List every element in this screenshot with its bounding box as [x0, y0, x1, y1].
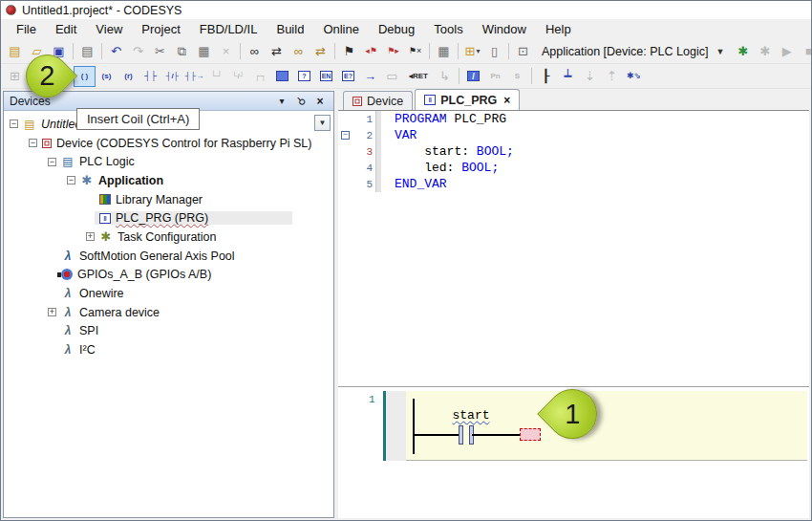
find-in-project-button[interactable]: ∞: [288, 41, 310, 62]
ladder-network[interactable]: start: [406, 391, 807, 461]
previous-bookmark-button[interactable]: ◂⚑: [360, 41, 382, 62]
replace-in-project-button[interactable]: ⇄: [310, 41, 331, 62]
next-bookmark-button[interactable]: ⚑▸: [382, 41, 404, 62]
add-pou-button[interactable]: ⊞▾: [461, 41, 483, 62]
undo-button[interactable]: ↶: [105, 41, 127, 62]
menu-tools[interactable]: Tools: [424, 20, 472, 38]
edit-object-button[interactable]: ⊡: [512, 41, 534, 62]
toggle-bookmark-button[interactable]: ⚑: [338, 41, 360, 62]
active-application-combo[interactable]: Application [Device: PLC Logic] ▼: [538, 43, 728, 60]
menu-debug[interactable]: Debug: [369, 20, 424, 38]
device-icon: [42, 139, 52, 148]
insert-set-coil-button[interactable]: (s): [96, 66, 118, 87]
close-tab-icon[interactable]: ×: [503, 94, 510, 107]
menu-edit[interactable]: Edit: [46, 20, 86, 38]
tree-item-softmotion-general-axis-pool[interactable]: SoftMotion General Axis Pool: [4, 247, 333, 266]
editor-content: 1PROGRAM PLC_PRG−2VAR3 start: BOOL;4 led…: [338, 110, 809, 518]
contact-label[interactable]: start: [444, 408, 498, 423]
plus-expander-icon[interactable]: +: [48, 308, 56, 316]
tree-item-library-manager[interactable]: Library Manager: [4, 190, 333, 209]
menu-help[interactable]: Help: [536, 20, 581, 38]
tab-plc-prg[interactable]: PLC_PRG×: [415, 89, 520, 110]
move-down-button: ⇣: [579, 66, 601, 87]
tree-item-application[interactable]: −Application: [4, 171, 333, 190]
insert-edge-contact-button[interactable]: ┤├→: [183, 66, 205, 87]
plc-logic-icon: [61, 156, 75, 168]
network-number: 1: [369, 394, 375, 405]
contact-icon[interactable]: [459, 425, 463, 445]
active-application-label: Application [Device: PLC Logic]: [542, 45, 708, 58]
tree-item-plc-prg-prg[interactable]: PLC_PRG (PRG): [4, 208, 333, 228]
insert-branch-button[interactable]: ┠: [535, 66, 557, 87]
coil-placeholder[interactable]: [520, 428, 541, 441]
tree-item-spi[interactable]: SPI: [4, 322, 333, 341]
fold-gutter: −: [338, 131, 353, 140]
fold-collapse-icon[interactable]: −: [341, 131, 350, 140]
insert-empty-box-button[interactable]: [271, 66, 293, 87]
tree-item-device-codesys-control-for-raspberry-pi-sl[interactable]: −Device (CODESYS Control for Raspberry P…: [4, 134, 333, 153]
panel-close-button[interactable]: ×: [312, 95, 328, 108]
copy-button[interactable]: ⧉: [171, 41, 193, 62]
minus-expander-icon[interactable]: −: [10, 119, 18, 128]
add-object-button[interactable]: ▯: [483, 41, 505, 62]
tab-device[interactable]: Device: [343, 91, 413, 110]
menu-view[interactable]: View: [86, 20, 132, 38]
insert-branch-below-button[interactable]: ┷: [557, 66, 579, 87]
insert-execute-button[interactable]: E?: [337, 66, 359, 87]
insert-return-button[interactable]: ◂RET: [403, 66, 434, 87]
minus-expander-icon[interactable]: −: [67, 176, 75, 185]
update-parameters-icon: ✱⇘: [627, 72, 641, 80]
menu-window[interactable]: Window: [473, 20, 536, 38]
menu-fbd-ld-il[interactable]: FBD/LD/IL: [190, 20, 267, 38]
tree-item-camera-device[interactable]: +Camera device: [4, 303, 333, 322]
toggle-negation-button[interactable]: /: [462, 66, 484, 87]
insert-negated-contact-button[interactable]: ┤/├: [161, 66, 183, 87]
plus-expander-icon[interactable]: +: [86, 232, 95, 241]
insert-reset-coil-button[interactable]: (r): [118, 66, 139, 87]
axis-pool-icon: [61, 250, 75, 262]
tree-filter-dropdown[interactable]: ▼: [314, 115, 331, 131]
code-token: PROGRAM: [395, 112, 447, 126]
application-icon: [80, 174, 94, 186]
tree-item-gpios-a-b-gpios-a-b[interactable]: GPIOs_A_B (GPIOs A/B): [4, 266, 333, 285]
insert-box-with-en-eno-button[interactable]: EN: [315, 66, 337, 87]
logout-icon: ✱: [759, 45, 770, 57]
insert-coil-icon: ( ): [81, 73, 89, 80]
insert-parallel-negated-contact-icon: └/┘: [232, 73, 246, 80]
panel-menu-button[interactable]: ▾: [274, 96, 289, 106]
paste-button[interactable]: ▦: [193, 41, 215, 62]
menu-project[interactable]: Project: [132, 20, 189, 38]
code-token: END_VAR: [395, 177, 447, 191]
tree-item-plc-logic[interactable]: −PLC Logic: [4, 152, 333, 171]
minus-expander-icon[interactable]: −: [29, 139, 37, 147]
code-line: 3 start: BOOL;: [338, 143, 809, 160]
new-project-button[interactable]: ▤: [4, 41, 26, 62]
tree-item-label: PLC Logic: [79, 155, 135, 168]
cut-button[interactable]: ✂: [149, 41, 171, 62]
insert-input-button[interactable]: →: [359, 66, 381, 87]
paste-special-button[interactable]: ▦: [433, 41, 455, 62]
find-button[interactable]: ∞: [244, 41, 266, 62]
tab-label: PLC_PRG: [440, 94, 497, 107]
menu-build[interactable]: Build: [267, 20, 313, 38]
replace-button[interactable]: ⇄: [266, 41, 288, 62]
insert-input-icon: →: [364, 70, 376, 82]
panel-pin-button[interactable]: ⚲: [293, 95, 309, 107]
tree-item-onewire[interactable]: Onewire: [4, 284, 333, 303]
tree-item-task-configuration[interactable]: +Task Configuration: [4, 228, 333, 247]
edge-detection-icon: Pn: [490, 73, 500, 80]
print-button[interactable]: ▤: [76, 41, 98, 62]
tree-item-i-c[interactable]: I²C: [4, 340, 333, 359]
insert-contact-button[interactable]: ┤├: [139, 66, 161, 87]
declaration-editor[interactable]: 1PROGRAM PLC_PRG−2VAR3 start: BOOL;4 led…: [338, 111, 809, 365]
insert-box-button[interactable]: ?: [293, 66, 315, 87]
insert-jump-button: ↳: [434, 66, 456, 87]
codesys-window: Untitled1.project* - CODESYS FileEditVie…: [0, 0, 812, 521]
minus-expander-icon[interactable]: −: [48, 158, 56, 166]
menu-file[interactable]: File: [7, 20, 46, 38]
update-parameters-button[interactable]: ✱⇘: [623, 66, 645, 87]
clear-bookmarks-button[interactable]: ⚑×: [404, 41, 426, 62]
paste-icon: ▦: [198, 45, 209, 57]
login-button[interactable]: ✱: [732, 41, 754, 62]
menu-online[interactable]: Online: [313, 20, 369, 38]
